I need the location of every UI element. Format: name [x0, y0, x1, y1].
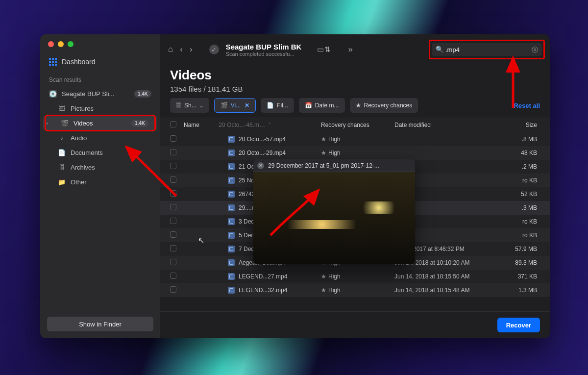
- close-preview-icon[interactable]: ✕: [257, 162, 264, 169]
- mouse-cursor-icon: ↖: [198, 236, 204, 245]
- row-checkbox[interactable]: [170, 204, 176, 210]
- preview-header: ✕ 29 December 2017 at 5_01 pm 2017-12-..…: [253, 159, 415, 172]
- preview-title: 29 December 2017 at 5_01 pm 2017-12-...: [268, 162, 379, 169]
- search-wrapper: 🔍 ⓧ: [432, 43, 542, 56]
- minimize-window-icon[interactable]: [58, 41, 64, 47]
- video-file-icon: [228, 136, 235, 143]
- folder-switch-icon[interactable]: ▭ ⇅: [317, 45, 329, 54]
- search-icon: 🔍: [436, 46, 443, 53]
- sidebar-item-label: Videos: [74, 120, 93, 127]
- table-row[interactable]: 20 Octo...-57.mp4★High.8 MB: [160, 132, 550, 146]
- back-icon[interactable]: ‹: [180, 45, 183, 54]
- dashboard-label: Dashboard: [62, 58, 96, 66]
- col-recovery[interactable]: Recovery chances: [321, 122, 394, 128]
- table-row[interactable]: LEGEND...32.mp4★HighJun 14, 2018 at 10:1…: [160, 283, 550, 297]
- recovery-filter[interactable]: ★Recovery chances: [350, 98, 418, 113]
- col-name[interactable]: Name 20 Octo...-46.m… ˆ: [184, 122, 321, 128]
- sidebar-item-icon: ♪: [58, 134, 66, 142]
- sidebar-item-icon: 🎬: [61, 120, 69, 127]
- footer: Recover: [160, 311, 550, 338]
- row-checkbox[interactable]: [170, 259, 176, 265]
- calendar-icon: 📅: [305, 102, 312, 109]
- star-icon: ★: [321, 150, 326, 156]
- row-checkbox[interactable]: [170, 149, 176, 155]
- sidebar-item-videos[interactable]: ›🎬Videos1.4K: [43, 116, 157, 130]
- sidebar-item-label: Seagate BUP Sli...: [62, 90, 114, 98]
- recovery-chance: High: [328, 136, 341, 143]
- recovery-chance: High: [328, 273, 341, 280]
- file-name: LEGEND...32.mp4: [239, 287, 287, 294]
- filename-filter[interactable]: 📄Fil...: [261, 98, 294, 113]
- select-all-checkbox[interactable]: [170, 121, 176, 127]
- window-controls: [40, 34, 160, 47]
- video-filter[interactable]: 🎬Vi...✕: [214, 98, 256, 113]
- row-checkbox[interactable]: [170, 135, 176, 142]
- row-checkbox[interactable]: [170, 273, 176, 279]
- chevron-right-icon: ›: [46, 120, 48, 126]
- sidebar-item-label: Audio: [71, 134, 87, 142]
- row-checkbox[interactable]: [170, 286, 176, 293]
- sidebar-item-documents[interactable]: 📄Documents: [40, 145, 160, 160]
- row-checkbox[interactable]: [170, 231, 176, 238]
- sidebar-item-audio[interactable]: ♪Audio: [40, 130, 160, 145]
- sidebar-item-label: Documents: [71, 149, 103, 156]
- row-checkbox[interactable]: [170, 163, 176, 169]
- heading-block: Videos 1354 files / 181.41 GB: [160, 65, 550, 98]
- dashboard-link[interactable]: Dashboard: [49, 58, 160, 66]
- more-icon[interactable]: »: [348, 45, 353, 54]
- clear-search-icon[interactable]: ⓧ: [532, 46, 538, 54]
- col-date[interactable]: Date modified: [394, 122, 515, 128]
- video-file-icon: [228, 232, 235, 239]
- video-file-icon: [228, 273, 235, 280]
- sidebar-item-label: Other: [71, 178, 87, 186]
- sidebar-item-label: Pictures: [71, 105, 94, 112]
- star-icon: ★: [321, 287, 326, 294]
- check-icon: ✓: [209, 45, 219, 54]
- row-checkbox[interactable]: [170, 245, 176, 251]
- topbar: ⌂ ‹ › ✓ Seagate BUP Slim BK Scan complet…: [160, 34, 550, 65]
- file-size: ro KB: [515, 218, 540, 225]
- sidebar-item-icon: 📁: [58, 178, 66, 186]
- table-row[interactable]: 20 Octo...-29.mp4★High48 KB: [160, 146, 550, 160]
- sidebar-item-icon: 💽: [49, 90, 57, 98]
- dashboard-icon: [49, 58, 57, 66]
- file-size: .8 MB: [515, 136, 540, 143]
- show-in-finder-button[interactable]: Show in Finder: [47, 317, 153, 331]
- close-window-icon[interactable]: [48, 41, 54, 47]
- file-size: ro KB: [515, 177, 540, 184]
- row-checkbox[interactable]: [170, 176, 176, 183]
- sidebar-item-badge: 1.4K: [131, 120, 148, 127]
- app-window: Dashboard Scan results 💽Seagate BUP Sli.…: [40, 34, 550, 338]
- reset-filters[interactable]: Reset all: [514, 102, 540, 109]
- video-file-icon: [228, 204, 235, 211]
- disk-block: Seagate BUP Slim BK Scan completed succe…: [226, 43, 302, 57]
- sidebar-item-seagate-bup-sli-[interactable]: 💽Seagate BUP Sli...1.4K: [40, 86, 160, 101]
- col-size[interactable]: Size: [515, 122, 540, 128]
- document-icon: 📄: [267, 102, 274, 109]
- disk-title: Seagate BUP Slim BK: [226, 43, 302, 51]
- maximize-window-icon[interactable]: [68, 41, 74, 47]
- sidebar-item-icon: 🖼: [58, 105, 66, 112]
- sidebar-item-label: Archives: [71, 164, 95, 171]
- row-checkbox[interactable]: [170, 190, 176, 197]
- file-size: 371 KB: [515, 273, 540, 280]
- search-input[interactable]: [432, 43, 542, 56]
- show-filter[interactable]: ☰Sh...⌄: [170, 98, 209, 113]
- home-icon[interactable]: ⌂: [168, 45, 173, 54]
- page-stats: 1354 files / 181.41 GB: [170, 85, 540, 93]
- file-size: 52 KB: [515, 191, 540, 198]
- preview-popup: ✕ 29 December 2017 at 5_01 pm 2017-12-..…: [253, 159, 415, 264]
- file-size: .2 MB: [515, 163, 540, 170]
- sidebar-item-other[interactable]: 📁Other: [40, 175, 160, 189]
- row-checkbox[interactable]: [170, 218, 176, 224]
- date-filter[interactable]: 📅Date m...: [299, 98, 345, 113]
- sidebar-item-archives[interactable]: 🗄Archives: [40, 160, 160, 175]
- recovery-chance: High: [328, 287, 341, 294]
- forward-icon[interactable]: ›: [190, 45, 193, 54]
- sidebar-section-label: Scan results: [49, 76, 160, 83]
- sidebar-item-pictures[interactable]: 🖼Pictures: [40, 101, 160, 116]
- star-icon: ★: [356, 102, 361, 109]
- table-row[interactable]: LEGEND...27.mp4★HighJun 14, 2018 at 10:1…: [160, 270, 550, 283]
- close-icon[interactable]: ✕: [245, 102, 249, 109]
- recover-button[interactable]: Recover: [497, 318, 540, 332]
